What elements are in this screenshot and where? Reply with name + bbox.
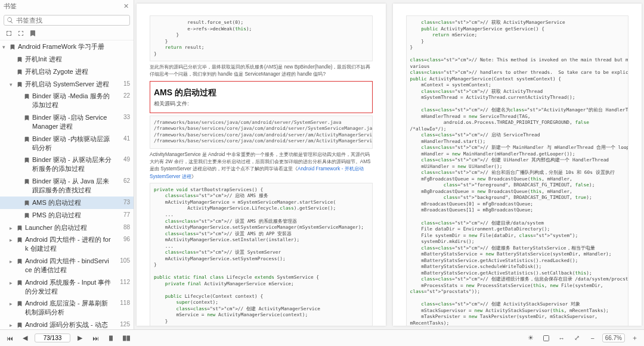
twist-icon: ▸ — [10, 322, 16, 329]
code-block-bottom: private void startBootstrapServices() { … — [150, 183, 373, 326]
bookmark-label: Binder 驱动 - 从 Java 层来跟踪服务的查找过程 — [32, 177, 112, 195]
page-number-input[interactable] — [35, 333, 70, 342]
bookmark-label: Android FrameWork 学习手册 — [18, 42, 112, 51]
twist-icon: ▾ — [10, 81, 16, 88]
twist-icon: ▾ — [2, 43, 8, 51]
bookmark-search[interactable] — [4, 15, 130, 26]
bookmark-icon — [17, 279, 23, 285]
bookmark-label: 开机启动 Zygote 进程 — [25, 67, 112, 76]
bookmark-page: 62 — [114, 177, 130, 185]
bookmark-item-8[interactable]: AMS 的启动过程73 — [0, 197, 134, 209]
bookmark-icon — [24, 200, 30, 205]
bookmark-item-6[interactable]: Binder 驱动 - 从驱动层来分析服务的添加过程49 — [0, 154, 134, 175]
pdf-viewer-window: 书签 ✕ ▾Android FrameWork 学习手册开机Init 进程开机启… — [0, 0, 644, 346]
bookmark-page: 96 — [114, 235, 130, 244]
expand-all-button[interactable] — [5, 29, 13, 38]
bookmark-icon — [17, 258, 23, 264]
bookmark-icon — [24, 212, 30, 218]
bookmark-page: 22 — [114, 92, 130, 100]
bookmark-label: Android 系统服务 - Input 事件的分发过程 — [25, 278, 112, 296]
svg-rect-0 — [109, 335, 113, 341]
bookmark-label: Android 四大组件 - 进程的 fork 创建过程 — [25, 235, 112, 253]
first-page-button[interactable]: ⏮ — [4, 332, 16, 344]
bookmark-item-15[interactable]: ▸Android 源码分析实战 - 动态加载修复 so 库125 — [0, 319, 134, 329]
bookmark-item-12[interactable]: ▸Android 四大组件 - bindService 的通信过程105 — [0, 255, 134, 276]
bookmark-item-11[interactable]: ▸Android 四大组件 - 进程的 fork 创建过程96 — [0, 233, 134, 255]
section-heading-box: AMS 的启动过程 相关源码 文件: — [150, 81, 373, 113]
zoom-in-button[interactable]: ＋ — [628, 332, 640, 344]
bookmark-icon — [17, 81, 23, 87]
view-tool-button[interactable] — [540, 332, 552, 344]
brightness-button[interactable]: ☀ — [525, 332, 537, 344]
source-files-label: 相关源码 文件: — [154, 101, 369, 108]
add-bookmark-button[interactable] — [29, 29, 37, 38]
fit-width-button[interactable]: ↔ — [556, 332, 568, 344]
bookmark-item-5[interactable]: Binder 驱动 -内核驱动层源码分析41 — [0, 133, 134, 154]
bookmarks-sidebar: 书签 ✕ ▾Android FrameWork 学习手册开机Init 进程开机启… — [0, 0, 134, 329]
bookmark-page: 15 — [114, 80, 130, 88]
bookmark-icon — [17, 225, 23, 230]
collapse-all-button[interactable] — [17, 29, 25, 38]
bookmark-icon — [24, 114, 30, 120]
bookmark-item-7[interactable]: Binder 驱动 - 从 Java 层来跟踪服务的查找过程62 — [0, 175, 134, 197]
zoom-out-button[interactable]: − — [587, 332, 599, 344]
bookmark-item-0[interactable]: 开机Init 进程 — [0, 53, 134, 66]
intro-paragraph: ActivityManagerService 是 Android 中非常重要的一… — [150, 151, 373, 180]
bookmark-label: 开机Init 进程 — [25, 55, 112, 64]
twist-icon: ▸ — [10, 225, 16, 232]
bookmark-page: 77 — [114, 211, 130, 219]
zoom-level[interactable]: 66.7% — [602, 333, 625, 342]
bookmark-item-13[interactable]: ▸Android 系统服务 - Input 事件的分发过程112 — [0, 276, 134, 298]
code-block-top: result.force_set(0); e->refs->decWeak(th… — [150, 15, 373, 61]
bookmark-icon — [17, 236, 23, 242]
bookmark-page: 118 — [114, 299, 130, 307]
bookmark-tree: ▾Android FrameWork 学习手册开机Init 进程开机启动 Zyg… — [0, 40, 134, 329]
bookmark-icon — [10, 43, 16, 49]
fit-page-button[interactable]: ⤢ — [571, 332, 583, 344]
bookmark-label: AMS 的启动过程 — [32, 198, 112, 207]
bookmark-item-14[interactable]: ▸Android 底层渲染 - 屏幕刷新机制源码分析118 — [0, 297, 134, 319]
document-page-right: class=class="st">"cm">// 获取 ActivityMana… — [393, 4, 642, 326]
bookmark-icon — [17, 56, 23, 62]
section-heading: AMS 的启动过程 — [154, 88, 369, 98]
bookmark-label: Binder 驱动 -内核驱动层源码分析 — [32, 135, 112, 152]
bookmark-item-3[interactable]: Binder 驱动 -Media 服务的添加过程22 — [0, 90, 134, 111]
view-mode-facing-button[interactable] — [120, 332, 132, 344]
bookmark-search-input[interactable] — [16, 17, 127, 24]
sidebar-close-icon[interactable]: ✕ — [122, 1, 130, 11]
source-files-list: /frameworks/base/services/java/com/andro… — [150, 116, 373, 149]
bookmark-icon — [24, 178, 30, 184]
bookmark-label: Binder 驱动 -Media 服务的添加过程 — [32, 92, 112, 110]
bookmark-page: 73 — [114, 198, 130, 207]
status-bar: ⏮ ◀ ▶ ⏭ ☀ ↔ ⤢ − 66.7% ＋ — [0, 329, 644, 346]
bookmark-root[interactable]: ▾Android FrameWork 学习手册 — [0, 40, 134, 53]
twist-icon: ▸ — [10, 236, 16, 244]
bookmark-item-4[interactable]: Binder 驱动 -启动 ServiceManager 进程33 — [0, 111, 134, 133]
bookmark-item-10[interactable]: ▸Launcher 的启动过程88 — [0, 222, 134, 234]
prev-page-button[interactable]: ◀ — [19, 332, 31, 344]
last-page-button[interactable]: ⏭ — [89, 332, 101, 344]
bookmark-icon — [17, 68, 23, 74]
bookmark-label: PMS 的启动过程 — [32, 211, 112, 220]
next-page-button[interactable]: ▶ — [74, 332, 86, 344]
twist-icon: ▸ — [10, 279, 16, 286]
main-area: 书签 ✕ ▾Android FrameWork 学习手册开机Init 进程开机启… — [0, 0, 644, 329]
document-page-left: result.force_set(0); e->refs->decWeak(th… — [137, 4, 386, 326]
code-block-right: class=class="st">"cm">// 获取 ActivityMana… — [406, 15, 629, 326]
bookmark-icon — [17, 300, 23, 306]
svg-rect-3 — [543, 335, 549, 341]
bookmark-page: 49 — [114, 155, 130, 164]
bookmark-icon — [24, 136, 30, 142]
bookmark-label: Binder 驱动 -启动 ServiceManager 进程 — [32, 113, 112, 131]
svg-rect-2 — [127, 335, 131, 341]
bookmark-label: Binder 驱动 - 从驱动层来分析服务的添加过程 — [32, 155, 112, 173]
view-mode-single-button[interactable] — [105, 332, 117, 344]
bookmark-item-2[interactable]: ▾开机启动 SystemServer 进程15 — [0, 78, 134, 91]
bookmark-item-1[interactable]: 开机启动 Zygote 进程 — [0, 66, 134, 78]
svg-rect-1 — [123, 335, 126, 341]
pre-paragraph: 至此所有的源码已分析完毕，最终获取返回的系统服务(AMS)是 new BpBin… — [150, 64, 373, 79]
bookmark-item-9[interactable]: PMS 的启动过程77 — [0, 209, 134, 222]
bookmark-label: 开机启动 SystemServer 进程 — [25, 80, 112, 89]
twist-icon: ▸ — [10, 300, 16, 307]
search-icon — [7, 17, 14, 24]
